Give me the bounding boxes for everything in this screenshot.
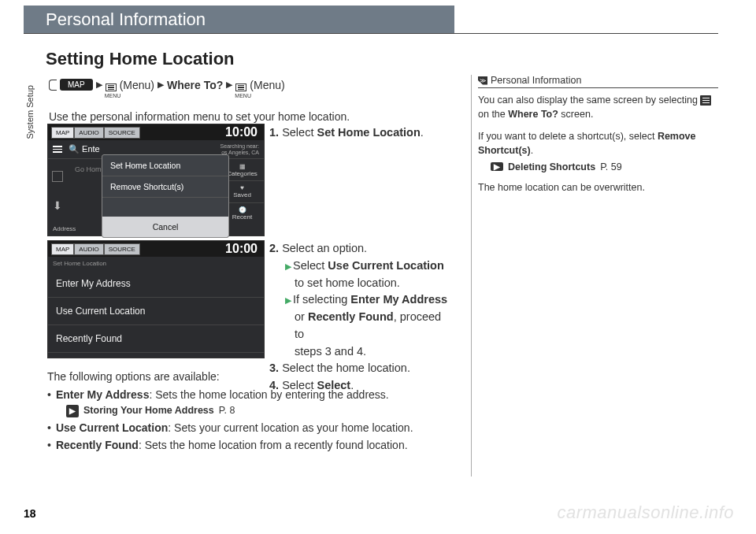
hamburger-icon[interactable] [53, 146, 62, 153]
chevron-right-icon: ▶ [96, 80, 102, 90]
bullet-icon: ▶ [285, 261, 291, 271]
breadcrumb-where-to: Where To? [167, 79, 223, 91]
home-icon [49, 80, 57, 91]
ss2-use-current[interactable]: Use Current Location [48, 298, 264, 325]
ss-go-home[interactable]: Go Home [75, 165, 106, 173]
popup-remove-shortcut[interactable]: Remove Shortcut(s) [102, 176, 228, 198]
sidebar-title: ≫ Personal Information [478, 75, 718, 88]
ss-popup-menu: Set Home Location Remove Shortcut(s) Can… [102, 154, 229, 238]
link-icon: ▶ [491, 162, 503, 171]
breadcrumb-text: (Menu) [120, 79, 154, 91]
ss2-enter-address[interactable]: Enter My Address [48, 270, 264, 298]
step-1: 1. Select Set Home Location. [269, 126, 450, 139]
link-icon: ▶ [66, 405, 79, 417]
ss-tab-audio[interactable]: AUDIO [74, 127, 103, 139]
header-rule [24, 33, 718, 34]
ss-near-label: Searching near: [220, 143, 259, 150]
screenshot-home-options: MAP AUDIO SOURCE 10:00 Set Home Location… [47, 240, 265, 358]
chevron-right-icon: ▶ [226, 80, 232, 90]
ss-tab-source[interactable]: SOURCE [104, 243, 140, 255]
ss-tab-audio[interactable]: AUDIO [74, 243, 103, 255]
ss-topbar: MAP AUDIO SOURCE 10:00 [48, 241, 264, 257]
watermark: carmanualsonline.info [557, 502, 734, 523]
arrow-down-icon[interactable]: ⬇ [53, 199, 62, 212]
menu-icon [700, 95, 711, 106]
map-button-icon: MAP [60, 79, 93, 91]
sidebar-note-2: If you want to delete a shortcut(s), sel… [478, 129, 718, 158]
breadcrumb-text: (Menu) [250, 79, 284, 91]
popup-set-home[interactable]: Set Home Location [102, 155, 228, 176]
chevron-right-icon: ▶ [158, 80, 164, 90]
section-header: Personal Information [24, 6, 454, 33]
menu-icon: MENU [106, 76, 117, 94]
breadcrumb: MAP ▶ MENU (Menu) ▶ Where To? ▶ MENU (Me… [49, 76, 285, 94]
intro-text: Use the personal information menu to set… [49, 110, 350, 123]
menu-icon: MENU [235, 76, 246, 94]
sidebar-note-3: The home location can be overwritten. [478, 180, 718, 195]
ss-tab-map[interactable]: MAP [51, 243, 74, 255]
ss2-subtitle: Set Home Location [48, 257, 264, 270]
info-icon: ≫ [478, 76, 487, 85]
sidebar-note-1: You can also display the same screen by … [478, 93, 718, 121]
screenshot-menu-popup: MAP AUDIO SOURCE 10:00 🔍 Ente Searching … [47, 124, 265, 236]
ss2-recently-found[interactable]: Recently Found [48, 325, 264, 353]
ss-tab-source[interactable]: SOURCE [104, 127, 140, 139]
side-tab-label: System Setup [25, 85, 36, 139]
ss-topbar: MAP AUDIO SOURCE 10:00 [48, 124, 264, 140]
sidebar-notes: ≫ Personal Information You can also disp… [471, 75, 718, 477]
options-description: The following options are available: •En… [47, 369, 457, 454]
bullet-icon: ▶ [285, 295, 291, 305]
ss-tab-map[interactable]: MAP [51, 127, 74, 139]
popup-cancel[interactable]: Cancel [102, 217, 228, 237]
page-title: Setting Home Location [46, 49, 235, 69]
page-number: 18 [24, 507, 36, 520]
ss-clock: 10:00 [225, 125, 261, 139]
ss-address-label[interactable]: Address [53, 225, 76, 232]
ss-clock: 10:00 [225, 242, 261, 256]
ss-search-text: Ente [82, 144, 100, 154]
